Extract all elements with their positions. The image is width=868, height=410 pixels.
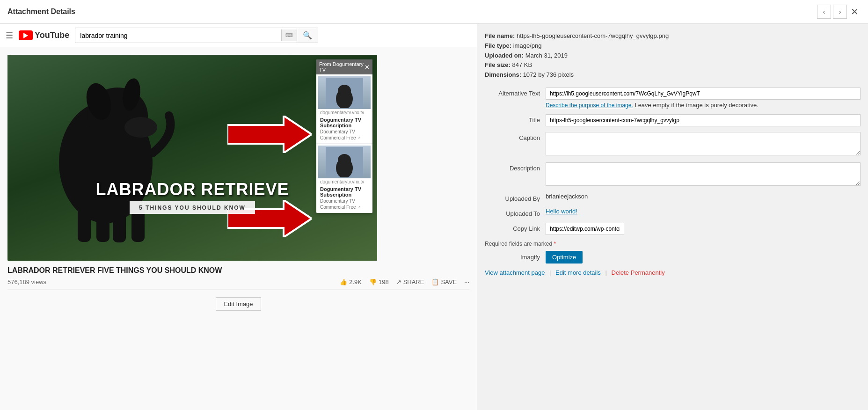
dislike-count: 198: [379, 278, 389, 286]
svg-rect-20: [345, 170, 348, 177]
edit-image-wrap: Edit Image: [7, 290, 469, 318]
main-container: ☰ YouTube ⌨ 🔍: [0, 24, 868, 410]
save-label: SAVE: [441, 278, 457, 286]
uploaded-by-label: Uploaded By: [485, 193, 546, 202]
more-label: ···: [464, 278, 469, 286]
popup-close-button[interactable]: ✕: [365, 64, 370, 71]
popup-item-sub2-2: Commercial Free ♂: [318, 205, 371, 211]
optimize-button[interactable]: Optimize: [546, 251, 583, 264]
title-input[interactable]: [546, 114, 861, 126]
search-button[interactable]: 🔍: [297, 28, 318, 43]
more-button[interactable]: ···: [464, 278, 469, 286]
caption-field: [546, 132, 861, 157]
file-type-value: image/png: [513, 42, 542, 49]
edit-more-link[interactable]: Edit more details: [555, 269, 601, 276]
header: Attachment Details ‹ › ✕: [0, 0, 868, 24]
left-panel: ☰ YouTube ⌨ 🔍: [0, 24, 477, 410]
video-banner: 5 THINGS YOU SHOULD KNOW: [130, 201, 255, 214]
popup-item-sub1-2: Documentary TV: [318, 198, 371, 205]
arrow-upper: [227, 116, 312, 153]
description-textarea[interactable]: [546, 162, 861, 186]
youtube-logo: YouTube: [19, 30, 69, 40]
video-info-title: LABRADOR RETRIEVER FIVE THINGS YOU SHOUL…: [7, 266, 469, 275]
share-icon: ↗: [396, 278, 401, 286]
like-count: 2.9K: [349, 278, 362, 286]
uploaded-by-value: brianleejackson: [546, 193, 588, 200]
popup-image-1: [318, 76, 371, 109]
required-note: Required fields are marked *: [485, 241, 861, 247]
edit-image-button[interactable]: Edit Image: [216, 297, 261, 311]
like-icon: 👍: [340, 278, 347, 286]
right-panel: File name: https-lh5-googleusercontent-c…: [477, 24, 868, 410]
copy-link-field: [546, 223, 861, 235]
copy-link-row: Copy Link: [485, 223, 861, 235]
form-table: Alternative Text Describe the purpose of…: [485, 88, 861, 235]
title-row: Title: [485, 114, 861, 126]
video-background: LABRADOR RETRIEVE 5 THINGS YOU SHOULD KN…: [7, 55, 377, 261]
copy-link-label: Copy Link: [485, 223, 546, 232]
svg-rect-14: [340, 101, 343, 108]
video-info: LABRADOR RETRIEVER FIVE THINGS YOU SHOUL…: [7, 266, 469, 290]
popup-site-2: dogumentarytv.vhx.tv: [318, 178, 371, 185]
file-type-label: File type:: [485, 42, 511, 49]
svg-point-18: [338, 154, 351, 166]
save-button[interactable]: 📋 SAVE: [431, 278, 457, 286]
like-button[interactable]: 👍 2.9K: [340, 278, 362, 286]
alt-text-desc: Leave empty if the image is purely decor…: [635, 102, 758, 109]
popup-item-sub2-1: Commercial Free ♂: [318, 135, 371, 141]
file-name-label: File name:: [485, 32, 515, 39]
dog-silhouette: [31, 69, 195, 247]
description-field: [546, 162, 861, 187]
share-button[interactable]: ↗ SHARE: [396, 278, 424, 286]
uploaded-to-label: Uploaded To: [485, 208, 546, 217]
delete-permanently-link[interactable]: Delete Permanently: [612, 269, 665, 276]
svg-rect-15: [345, 101, 348, 108]
popup-item-sub1-1: Documentary TV: [318, 129, 371, 135]
video-main-title: LABRADOR RETRIEVE: [75, 180, 309, 199]
sep-2: |: [605, 269, 607, 276]
dislike-icon: 👎: [369, 278, 377, 286]
copy-link-input[interactable]: [546, 223, 624, 235]
popup-item-title-2[interactable]: Dogumentary TV Subscription: [318, 185, 371, 198]
alt-text-label: Alternative Text: [485, 88, 546, 97]
caption-row: Caption: [485, 132, 861, 157]
popup-item-2: dogumentarytv.vhx.tv Dogumentary TV Subs…: [316, 144, 372, 213]
uploaded-by-field: brianleejackson: [546, 193, 861, 200]
next-button[interactable]: ›: [833, 5, 847, 19]
required-asterisk: *: [554, 241, 556, 247]
alt-text-field: Describe the purpose of the image. Leave…: [546, 88, 861, 109]
alt-text-help-link[interactable]: Describe the purpose of the image.: [546, 102, 633, 109]
dimensions-value: 1072 by 736 pixels: [523, 71, 574, 78]
description-label: Description: [485, 162, 546, 172]
uploaded-on-value: March 31, 2019: [525, 52, 568, 59]
uploaded-on-label: Uploaded on:: [485, 52, 524, 59]
footer-links: View attachment page | Edit more details…: [485, 269, 861, 276]
file-info: File name: https-lh5-googleusercontent-c…: [485, 31, 861, 80]
page-title: Attachment Details: [7, 7, 75, 16]
uploaded-to-link[interactable]: Hello world!: [546, 208, 577, 215]
search-input[interactable]: [75, 29, 281, 42]
popup-header: From Dogumentary TV ✕: [316, 59, 372, 74]
save-icon: 📋: [431, 278, 439, 286]
imagify-row: Imagify Optimize: [485, 251, 861, 264]
file-name-value: https-lh5-googleusercontent-com-7wcgqlhy…: [517, 32, 669, 39]
video-actions: 576,189 views 👍 2.9K 👎 198 ↗ SHARE: [7, 278, 469, 290]
caption-textarea[interactable]: [546, 132, 861, 155]
prev-button[interactable]: ‹: [817, 5, 831, 19]
svg-point-13: [338, 85, 351, 97]
popup-site-1: dogumentarytv.vhx.tv: [318, 109, 371, 116]
search-wrap: ⌨ 🔍: [75, 28, 318, 43]
close-button[interactable]: ✕: [849, 6, 861, 17]
youtube-text: YouTube: [35, 30, 69, 40]
popup-thumbnail-2: [326, 147, 363, 177]
menu-icon[interactable]: ☰: [6, 30, 13, 41]
svg-marker-9: [227, 116, 312, 153]
title-field: [546, 114, 861, 126]
search-kbd: ⌨: [281, 29, 297, 41]
uploaded-by-row: Uploaded By brianleejackson: [485, 193, 861, 202]
dislike-button[interactable]: 👎 198: [369, 278, 389, 286]
video-banner-text: 5 THINGS YOU SHOULD KNOW: [139, 205, 246, 211]
popup-item-title-1[interactable]: Dogumentary TV Subscription: [318, 116, 371, 129]
view-attachment-link[interactable]: View attachment page: [485, 269, 545, 276]
alt-text-input[interactable]: [546, 88, 861, 100]
